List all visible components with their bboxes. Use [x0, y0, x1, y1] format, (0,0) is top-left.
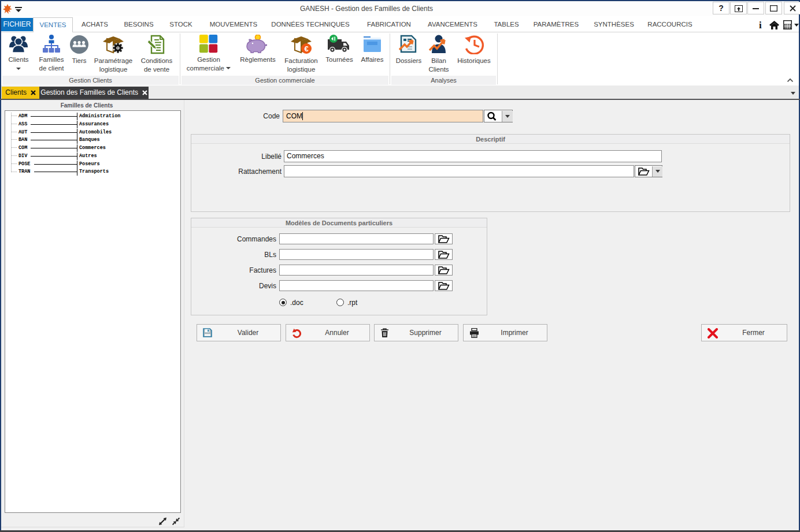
svg-text:€: € — [304, 44, 308, 53]
